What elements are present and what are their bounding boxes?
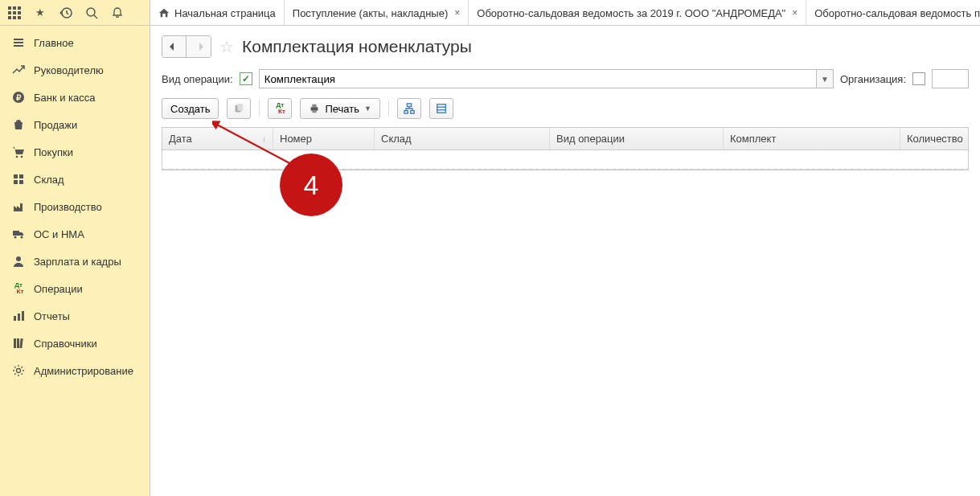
svg-rect-20 — [19, 174, 23, 178]
tabs-bar: Начальная страница Поступление (акты, на… — [150, 0, 980, 25]
print-button[interactable]: Печать ▼ — [300, 98, 380, 119]
sort-asc-icon: ↓ — [262, 134, 266, 143]
sidebar-item-reports[interactable]: Отчеты — [0, 302, 150, 330]
nav-arrows — [162, 35, 211, 58]
tab-osv-2019[interactable]: Оборотно-сальдовая ведомость за 2019 г. … — [469, 0, 806, 25]
bars-icon — [11, 309, 26, 322]
op-type-checkbox[interactable]: ✓ — [240, 72, 252, 85]
apps-icon[interactable] — [5, 3, 24, 23]
history-icon[interactable] — [56, 3, 76, 23]
sidebar-item-hr[interactable]: Зарплата и кадры — [0, 248, 150, 275]
col-kit[interactable]: Комплект — [724, 128, 900, 150]
tab-receipts[interactable]: Поступление (акты, накладные) × — [285, 0, 469, 25]
search-icon[interactable] — [82, 3, 101, 23]
svg-rect-29 — [14, 338, 16, 348]
svg-rect-0 — [8, 6, 11, 10]
structure-button[interactable] — [397, 98, 421, 119]
sidebar-item-operations[interactable]: ДтКт Операции — [0, 275, 150, 302]
svg-point-24 — [21, 236, 23, 239]
sidebar-item-catalogs[interactable]: Справочники — [0, 330, 150, 357]
tab-home[interactable]: Начальная страница — [150, 0, 285, 25]
home-icon — [158, 7, 170, 18]
op-type-label: Вид операции: — [162, 73, 233, 85]
documents-table: Дата↓ Номер Склад Вид операции Комплект … — [162, 127, 969, 170]
svg-rect-38 — [407, 104, 411, 107]
separator — [388, 100, 389, 117]
sidebar-item-production[interactable]: Производство — [0, 193, 150, 220]
svg-point-10 — [87, 8, 95, 16]
svg-rect-36 — [313, 105, 317, 108]
print-button-label: Печать — [325, 103, 359, 115]
close-icon[interactable]: × — [792, 7, 798, 18]
trend-icon — [11, 64, 26, 76]
org-input[interactable] — [932, 69, 969, 88]
forward-button[interactable] — [187, 36, 211, 57]
svg-rect-41 — [437, 105, 446, 113]
sidebar-item-label: ОС и НМА — [34, 228, 84, 240]
svg-rect-6 — [8, 16, 11, 19]
sidebar-item-warehouse[interactable]: Склад — [0, 166, 150, 193]
dtkt-button[interactable]: ДтКт — [268, 98, 292, 119]
page-title: Комплектация номенклатуры — [242, 37, 472, 56]
filter-row: Вид операции: ✓ ▼ Организация: ✓ — [162, 69, 969, 88]
boxes-icon — [11, 173, 26, 186]
svg-rect-7 — [13, 16, 16, 19]
sidebar-item-main[interactable]: Главное — [0, 29, 150, 56]
create-button[interactable]: Создать — [162, 98, 219, 119]
sidebar-item-label: Покупки — [34, 146, 73, 158]
col-number[interactable]: Номер — [273, 128, 375, 150]
tab-label: Оборотно-сальдовая ведомость по — [814, 7, 980, 19]
col-date[interactable]: Дата↓ — [162, 128, 273, 150]
tab-label: Поступление (акты, накладные) — [293, 7, 448, 19]
op-type-input[interactable] — [259, 69, 816, 88]
sidebar-item-manager[interactable]: Руководителю — [0, 56, 150, 84]
svg-rect-19 — [14, 174, 18, 178]
svg-rect-37 — [313, 111, 317, 113]
svg-point-23 — [14, 236, 17, 239]
sidebar-item-purchases[interactable]: Покупки — [0, 138, 150, 166]
copy-button[interactable] — [227, 98, 251, 119]
org-checkbox[interactable]: ✓ — [912, 72, 925, 85]
chevron-down-icon[interactable]: ▼ — [816, 69, 834, 88]
create-button-label: Создать — [170, 103, 210, 115]
gear-icon — [11, 364, 26, 377]
star-icon[interactable]: ★ — [31, 3, 50, 23]
bell-icon[interactable] — [108, 3, 127, 23]
svg-rect-22 — [19, 180, 23, 184]
sidebar-item-label: Продажи — [34, 119, 77, 131]
toolbar: Создать ДтКт Печать ▼ — [162, 98, 969, 119]
topbar-quick-icons: ★ — [0, 0, 150, 25]
back-button[interactable] — [162, 36, 187, 57]
sidebar-item-sales[interactable]: Продажи — [0, 111, 150, 138]
svg-rect-26 — [14, 316, 16, 321]
tab-label: Оборотно-сальдовая ведомость за 2019 г. … — [477, 7, 785, 19]
sidebar-item-assets[interactable]: ОС и НМА — [0, 220, 150, 248]
svg-rect-34 — [238, 104, 244, 111]
table-row[interactable] — [162, 150, 968, 170]
favorite-toggle[interactable]: ☆ — [219, 37, 234, 56]
col-qty[interactable]: Количество — [900, 128, 968, 150]
sidebar-item-bank[interactable]: ₽ Банк и касса — [0, 84, 150, 111]
list-button[interactable] — [429, 98, 453, 119]
table-header: Дата↓ Номер Склад Вид операции Комплект … — [162, 128, 968, 150]
svg-rect-28 — [22, 311, 24, 321]
bag-icon — [11, 118, 26, 131]
sidebar-item-admin[interactable]: Администрирование — [0, 357, 150, 384]
svg-point-32 — [17, 369, 21, 373]
svg-point-17 — [16, 156, 18, 158]
sidebar-item-label: Справочники — [34, 338, 97, 350]
svg-rect-5 — [18, 11, 21, 14]
sidebar-item-label: Склад — [34, 174, 64, 186]
svg-point-18 — [21, 156, 23, 158]
sidebar-item-label: Банк и касса — [34, 92, 96, 104]
svg-rect-35 — [311, 107, 318, 110]
tab-label: Начальная страница — [174, 7, 276, 19]
sidebar-item-label: Операции — [34, 283, 83, 295]
tab-osv-extra[interactable]: Оборотно-сальдовая ведомость по — [806, 0, 980, 25]
close-icon[interactable]: × — [454, 7, 460, 18]
col-operation[interactable]: Вид операции — [550, 128, 724, 150]
books-icon — [11, 337, 26, 350]
svg-rect-8 — [18, 16, 21, 19]
col-warehouse[interactable]: Склад — [375, 128, 550, 150]
sidebar-item-label: Администрирование — [34, 365, 133, 377]
